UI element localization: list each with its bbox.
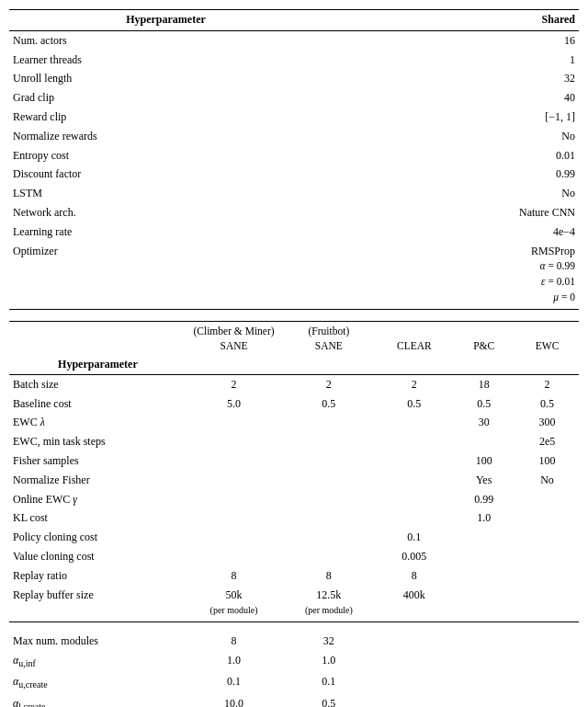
param-label: Learner threads — [9, 51, 322, 70]
table-row: EWC λ 30 300 — [9, 413, 579, 432]
table-row: Max num. modules 8 32 — [9, 632, 579, 651]
param-clear — [377, 694, 453, 707]
col2-header-fruitbot: (Fruitbot)SANE — [281, 321, 376, 355]
table-row: αu,create 0.1 0.1 — [9, 672, 579, 693]
param-pandc: 0.99 — [452, 490, 515, 509]
table-row: Discount factor 0.99 — [9, 165, 579, 184]
param-ewc — [515, 694, 579, 707]
param-value: 4e−4 — [322, 222, 579, 242]
table-row: Reward clip [−1, 1] — [9, 108, 579, 127]
param-clear — [377, 632, 453, 651]
param-ewc — [515, 632, 579, 651]
param-clear: 2 — [377, 374, 453, 393]
param-label: Network arch. — [9, 203, 322, 222]
param-label: αl,create — [9, 694, 187, 707]
param-label: Entropy cost — [9, 146, 322, 165]
param-climber: 2 — [187, 374, 281, 393]
param-label: Discount factor — [9, 165, 322, 184]
param-fruitbot: 0.5 — [281, 694, 376, 707]
param-pandc — [452, 566, 515, 586]
table-row: Fisher samples 100 100 — [9, 451, 579, 471]
param-climber — [187, 547, 281, 566]
param-clear: 0.1 — [377, 528, 453, 547]
param-climber: 0.1 — [187, 672, 281, 693]
param-pandc — [452, 528, 515, 547]
col-header-shared: Shared — [322, 10, 579, 31]
sane-hyperparams-table: Max num. modules 8 32 αu,inf 1.0 1.0 αu,… — [9, 632, 579, 707]
param-label: Num. actors — [9, 30, 322, 50]
param-fruitbot: 2 — [281, 374, 376, 393]
param-label: Replay ratio — [9, 566, 187, 586]
param-clear — [377, 672, 453, 693]
table-row: Replay ratio 8 8 8 — [9, 566, 579, 586]
param-ewc — [515, 672, 579, 693]
param-pandc — [452, 672, 515, 693]
param-fruitbot: 32 — [281, 632, 376, 651]
param-label: αu,inf — [9, 651, 187, 672]
param-label: Grad clip — [9, 88, 322, 108]
param-label: Optimizer — [9, 242, 322, 310]
col2-header-clear: CLEAR — [377, 321, 453, 355]
param-fruitbot: 0.1 — [281, 672, 376, 693]
param-clear: 400k — [377, 586, 453, 622]
param-pandc — [452, 632, 515, 651]
param-climber — [187, 528, 281, 547]
param-fruitbot: 1.0 — [281, 651, 376, 672]
param-ewc — [515, 586, 579, 622]
param-clear — [377, 413, 453, 432]
param-pandc — [452, 586, 515, 622]
param-ewc — [515, 651, 579, 672]
param-ewc: 100 — [515, 451, 579, 471]
param-label: Policy cloning cost — [9, 528, 187, 547]
param-fruitbot — [281, 528, 376, 547]
param-pandc: 1.0 — [452, 508, 515, 528]
param-label: Max num. modules — [9, 632, 187, 651]
param-fruitbot — [281, 432, 376, 451]
param-climber — [187, 413, 281, 432]
param-ewc — [515, 547, 579, 566]
table-row: LSTM No — [9, 184, 579, 203]
param-value: 32 — [322, 69, 579, 88]
table-row: Grad clip 40 — [9, 88, 579, 108]
param-climber: 5.0 — [187, 394, 281, 414]
param-value: RMSProp α = 0.99 ε = 0.01 μ = 0 — [322, 242, 579, 310]
param-climber — [187, 490, 281, 509]
param-climber — [187, 432, 281, 451]
param-label: Normalize rewards — [9, 127, 322, 146]
param-pandc — [452, 432, 515, 451]
param-ewc: No — [515, 471, 579, 490]
param-clear: 0.5 — [377, 394, 453, 414]
param-clear — [377, 651, 453, 672]
col-header-hyperparameter: Hyperparameter — [9, 10, 322, 31]
table-row: Network arch. Nature CNN — [9, 203, 579, 222]
param-pandc: 30 — [452, 413, 515, 432]
param-value: 1 — [322, 51, 579, 70]
param-pandc: Yes — [452, 471, 515, 490]
col2-header-hyper-label: Hyperparameter — [9, 355, 187, 374]
table-row: Normalize rewards No — [9, 127, 579, 146]
param-value: No — [322, 127, 579, 146]
param-ewc — [515, 490, 579, 509]
per-algo-hyperparams-table: (Climber & Miner)SANE (Fruitbot)SANE CLE… — [9, 321, 579, 622]
col2-header-climber: (Climber & Miner)SANE — [187, 321, 281, 355]
param-ewc: 2e5 — [515, 432, 579, 451]
param-label: Online EWC γ — [9, 490, 187, 509]
param-fruitbot — [281, 413, 376, 432]
param-value: [−1, 1] — [322, 108, 579, 127]
table-row: Entropy cost 0.01 — [9, 146, 579, 165]
table-row: Num. actors 16 — [9, 30, 579, 50]
param-label: EWC, min task steps — [9, 432, 187, 451]
param-fruitbot: 12.5k(per module) — [281, 586, 376, 622]
param-ewc — [515, 528, 579, 547]
param-fruitbot — [281, 471, 376, 490]
param-climber — [187, 471, 281, 490]
param-ewc — [515, 508, 579, 528]
param-label: Unroll length — [9, 69, 322, 88]
param-fruitbot: 0.5 — [281, 394, 376, 414]
param-climber — [187, 451, 281, 471]
param-climber: 1.0 — [187, 651, 281, 672]
param-pandc: 100 — [452, 451, 515, 471]
param-label: LSTM — [9, 184, 322, 203]
param-climber: 50k(per module) — [187, 586, 281, 622]
param-ewc — [515, 566, 579, 586]
